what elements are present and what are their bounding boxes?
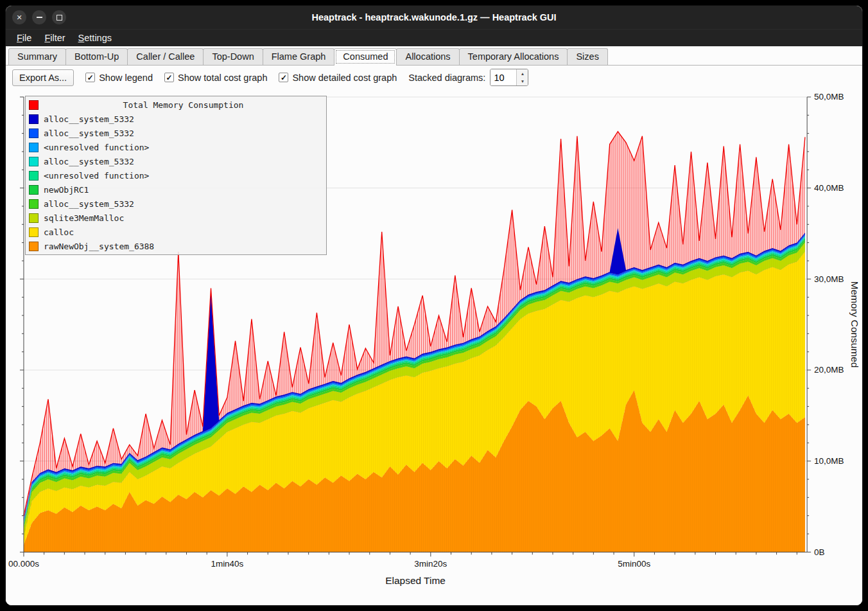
tab-flame-graph[interactable]: Flame Graph [263,48,335,65]
spin-down-icon[interactable]: ▼ [517,78,528,86]
tab-caller-callee[interactable]: Caller / Callee [127,48,204,65]
maximize-icon [56,15,62,21]
checkbox-label: Show total cost graph [178,73,267,83]
tab-allocations[interactable]: Allocations [396,48,459,65]
stacked-diagrams-row: Stacked diagrams: ▲ ▼ [408,69,528,86]
legend-label: newObjRC1 [44,185,89,195]
legend-item: sqlite3MemMalloc [29,211,323,225]
legend-swatch [29,157,39,166]
tab-bottom-up[interactable]: Bottom-Up [65,48,128,65]
tab-summary[interactable]: Summary [8,48,66,65]
legend-label: alloc__system_5332 [44,199,134,209]
checkbox-label: Show legend [99,73,153,83]
legend-swatch [29,171,39,181]
x-tick-label: 00.000s [8,559,39,569]
legend-swatch [29,100,39,110]
window-controls: ✕ [12,10,66,24]
chart-area: 00.000s1min40s3min20s5min00s0B10,0MB20,0… [6,89,862,605]
menu-settings[interactable]: Settings [73,31,117,44]
legend-label: Total Memory Consumption [44,100,323,110]
legend-swatch [29,213,39,223]
close-icon: ✕ [16,13,22,22]
legend-swatch [29,128,39,138]
stacked-diagrams-spinner[interactable]: ▲ ▼ [490,69,528,86]
tab-consumed[interactable]: Consumed [334,48,397,66]
y-tick-label: 10,0MB [814,456,844,466]
legend-label: alloc__system_5332 [44,114,134,124]
menu-filter[interactable]: Filter [39,31,71,44]
legend-label: alloc__system_5332 [44,157,134,166]
spin-up-icon[interactable]: ▲ [517,69,528,78]
legend-item: calloc [29,225,323,239]
legend-label: calloc [44,227,74,237]
checkbox-group: ✓Show legend✓Show total cost graph✓Show … [85,73,397,83]
checkbox-show-detailed-cost-graph[interactable]: ✓Show detailed cost graph [279,73,397,83]
legend-label: sqlite3MemMalloc [44,213,124,223]
stacked-diagrams-input[interactable] [490,69,516,85]
legend-label: <unresolved function> [44,143,149,152]
y-tick-label: 40,0MB [814,183,844,193]
check-icon[interactable]: ✓ [279,73,288,82]
chart-legend: Total Memory Consumptionalloc__system_53… [25,96,327,255]
y-tick-label: 50,0MB [814,92,844,102]
legend-item: alloc__system_5332 [29,154,323,168]
menubar: FileFilterSettings [6,29,862,46]
x-axis-label: Elapsed Time [385,575,446,586]
legend-item: alloc__system_5332 [29,197,323,211]
minimize-icon [37,17,42,18]
titlebar: ✕ Heaptrack - heaptrack.wakunode.1.gz — … [6,6,862,29]
legend-swatch [29,185,39,195]
stacked-diagrams-label: Stacked diagrams: [408,73,485,83]
export-as-button[interactable]: Export As... [12,69,74,86]
menu-file[interactable]: File [11,31,37,44]
check-icon[interactable]: ✓ [164,73,174,82]
legend-label: rawNewObj__system_6388 [44,242,154,251]
legend-item: alloc__system_5332 [29,112,323,126]
legend-item: <unresolved function> [29,168,323,182]
legend-label: alloc__system_5332 [44,128,134,138]
app-window: ✕ Heaptrack - heaptrack.wakunode.1.gz — … [5,5,863,606]
legend-swatch [29,143,39,152]
y-tick-label: 30,0MB [814,274,844,284]
legend-swatch [29,114,39,124]
toolbar: Export As... ✓Show legend✓Show total cos… [6,66,862,89]
checkbox-show-legend[interactable]: ✓Show legend [85,73,153,83]
check-icon[interactable]: ✓ [85,73,95,82]
close-button[interactable]: ✕ [12,10,26,24]
tab-temporary-allocations[interactable]: Temporary Allocations [459,48,568,65]
y-axis-label: Memory Consumed [849,281,860,368]
checkbox-label: Show detailed cost graph [292,73,397,83]
legend-swatch [29,199,39,209]
minimize-button[interactable] [32,10,46,24]
y-tick-label: 20,0MB [814,365,844,375]
x-tick-label: 3min20s [414,559,447,569]
legend-label: <unresolved function> [44,171,149,181]
legend-swatch [29,227,39,237]
legend-item: <unresolved function> [29,140,323,154]
x-tick-label: 1min40s [211,559,243,569]
checkbox-show-total-cost-graph[interactable]: ✓Show total cost graph [164,73,267,83]
x-tick-label: 5min00s [618,559,650,569]
legend-swatch [29,242,39,251]
spin-arrows: ▲ ▼ [516,69,528,85]
maximize-button[interactable] [52,10,66,24]
y-tick-label: 0B [814,547,825,557]
legend-item: rawNewObj__system_6388 [29,239,323,253]
window-title: Heaptrack - heaptrack.wakunode.1.gz — He… [6,12,862,22]
tabbar: SummaryBottom-UpCaller / CalleeTop-DownF… [6,46,862,66]
legend-item: newObjRC1 [29,182,323,197]
tab-top-down[interactable]: Top-Down [203,48,263,65]
legend-item: alloc__system_5332 [29,126,323,140]
legend-title-row: Total Memory Consumption [29,98,323,112]
tab-sizes[interactable]: Sizes [567,48,607,65]
